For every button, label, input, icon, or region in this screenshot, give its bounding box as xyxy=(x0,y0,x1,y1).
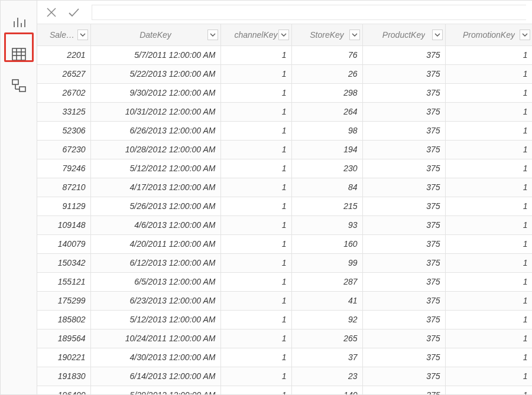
cell-saleskey[interactable]: 109148 xyxy=(37,216,90,234)
cell-datekey[interactable]: 4/20/2011 12:00:00 AM xyxy=(90,234,220,253)
cell-channelkey[interactable]: 1 xyxy=(220,83,291,102)
cell-datekey[interactable]: 10/24/2011 12:00:00 AM xyxy=(90,329,220,348)
cell-promotionkey[interactable]: 1 xyxy=(445,272,532,291)
column-header-storekey[interactable]: StoreKey xyxy=(291,24,362,45)
table-row[interactable]: 523066/26/2013 12:00:00 AM1983751 xyxy=(37,121,532,140)
cell-saleskey[interactable]: 87210 xyxy=(37,178,90,197)
cell-promotionkey[interactable]: 1 xyxy=(445,178,532,197)
cell-saleskey[interactable]: 150342 xyxy=(37,253,90,272)
table-row[interactable]: 1551216/5/2013 12:00:00 AM12873751 xyxy=(37,272,532,291)
cell-productkey[interactable]: 375 xyxy=(362,45,445,64)
cell-saleskey[interactable]: 33125 xyxy=(37,102,90,121)
cell-channelkey[interactable]: 1 xyxy=(220,216,291,234)
cell-datekey[interactable]: 5/7/2011 12:00:00 AM xyxy=(90,45,220,64)
cell-promotionkey[interactable]: 1 xyxy=(445,159,532,178)
cell-productkey[interactable]: 375 xyxy=(362,64,445,83)
cell-promotionkey[interactable]: 1 xyxy=(445,234,532,253)
table-row[interactable]: 792465/12/2012 12:00:00 AM12303751 xyxy=(37,159,532,178)
cell-promotionkey[interactable]: 1 xyxy=(445,140,532,159)
cell-promotionkey[interactable]: 1 xyxy=(445,291,532,310)
cell-storekey[interactable]: 84 xyxy=(291,178,362,197)
cell-datekey[interactable]: 5/22/2013 12:00:00 AM xyxy=(90,64,220,83)
cell-storekey[interactable]: 99 xyxy=(291,253,362,272)
column-header-saleskey[interactable]: SalesKey xyxy=(37,24,90,45)
cell-saleskey[interactable]: 91129 xyxy=(37,197,90,216)
cell-saleskey[interactable]: 2201 xyxy=(37,45,90,64)
cell-storekey[interactable]: 98 xyxy=(291,121,362,140)
column-header-channelkey[interactable]: channelKey xyxy=(220,24,291,45)
cell-saleskey[interactable]: 196400 xyxy=(37,386,90,394)
table-row[interactable]: 1918306/14/2013 12:00:00 AM1233751 xyxy=(37,367,532,386)
cell-saleskey[interactable]: 26702 xyxy=(37,83,90,102)
table-row[interactable]: 1902214/30/2013 12:00:00 AM1373751 xyxy=(37,348,532,367)
cell-saleskey[interactable]: 189564 xyxy=(37,329,90,348)
cell-productkey[interactable]: 375 xyxy=(362,253,445,272)
cell-productkey[interactable]: 375 xyxy=(362,159,445,178)
cell-saleskey[interactable]: 175299 xyxy=(37,291,90,310)
cell-channelkey[interactable]: 1 xyxy=(220,291,291,310)
cell-datekey[interactable]: 6/5/2013 12:00:00 AM xyxy=(90,272,220,291)
cell-productkey[interactable]: 375 xyxy=(362,178,445,197)
cell-saleskey[interactable]: 79246 xyxy=(37,159,90,178)
table-row[interactable]: 18956410/24/2011 12:00:00 AM12653751 xyxy=(37,329,532,348)
cell-datekey[interactable]: 6/23/2013 12:00:00 AM xyxy=(90,291,220,310)
cell-channelkey[interactable]: 1 xyxy=(220,234,291,253)
column-header-promotionkey[interactable]: PromotionKey xyxy=(445,24,532,45)
cell-storekey[interactable]: 230 xyxy=(291,159,362,178)
filter-button[interactable] xyxy=(278,30,289,40)
table-row[interactable]: 3312510/31/2012 12:00:00 AM12643751 xyxy=(37,102,532,121)
cell-productkey[interactable]: 375 xyxy=(362,121,445,140)
cancel-button[interactable] xyxy=(43,4,60,21)
table-row[interactable]: 911295/26/2013 12:00:00 AM12153751 xyxy=(37,197,532,216)
cell-promotionkey[interactable]: 1 xyxy=(445,348,532,367)
cell-productkey[interactable]: 375 xyxy=(362,102,445,121)
cell-channelkey[interactable]: 1 xyxy=(220,197,291,216)
cell-channelkey[interactable]: 1 xyxy=(220,329,291,348)
table-row[interactable]: 1503426/12/2013 12:00:00 AM1993751 xyxy=(37,253,532,272)
cell-productkey[interactable]: 375 xyxy=(362,272,445,291)
cell-datekey[interactable]: 4/6/2013 12:00:00 AM xyxy=(90,216,220,234)
cell-saleskey[interactable]: 52306 xyxy=(37,121,90,140)
cell-channelkey[interactable]: 1 xyxy=(220,348,291,367)
cell-storekey[interactable]: 265 xyxy=(291,329,362,348)
cell-datekey[interactable]: 5/26/2013 12:00:00 AM xyxy=(90,197,220,216)
table-row[interactable]: 1752996/23/2013 12:00:00 AM1413751 xyxy=(37,291,532,310)
cell-datekey[interactable]: 5/29/2012 12:00:00 AM xyxy=(90,386,220,394)
cell-saleskey[interactable]: 190221 xyxy=(37,348,90,367)
cell-datekey[interactable]: 6/14/2013 12:00:00 AM xyxy=(90,367,220,386)
cell-channelkey[interactable]: 1 xyxy=(220,253,291,272)
table-row[interactable]: 1400794/20/2011 12:00:00 AM11603751 xyxy=(37,234,532,253)
cell-storekey[interactable]: 160 xyxy=(291,234,362,253)
model-view-button[interactable] xyxy=(7,74,31,99)
cell-promotionkey[interactable]: 1 xyxy=(445,83,532,102)
cell-storekey[interactable]: 41 xyxy=(291,291,362,310)
cell-productkey[interactable]: 375 xyxy=(362,310,445,329)
cell-promotionkey[interactable]: 1 xyxy=(445,386,532,394)
cell-productkey[interactable]: 375 xyxy=(362,83,445,102)
cell-saleskey[interactable]: 26527 xyxy=(37,64,90,83)
cell-channelkey[interactable]: 1 xyxy=(220,159,291,178)
cell-storekey[interactable]: 37 xyxy=(291,348,362,367)
table-row[interactable]: 872104/17/2013 12:00:00 AM1843751 xyxy=(37,178,532,197)
cell-channelkey[interactable]: 1 xyxy=(220,367,291,386)
cell-datekey[interactable]: 4/30/2013 12:00:00 AM xyxy=(90,348,220,367)
cell-productkey[interactable]: 375 xyxy=(362,329,445,348)
table-row[interactable]: 6723010/28/2012 12:00:00 AM11943751 xyxy=(37,140,532,159)
cell-channelkey[interactable]: 1 xyxy=(220,386,291,394)
table-row[interactable]: 265275/22/2013 12:00:00 AM1263751 xyxy=(37,64,532,83)
cell-storekey[interactable]: 215 xyxy=(291,197,362,216)
cell-channelkey[interactable]: 1 xyxy=(220,102,291,121)
filter-button[interactable] xyxy=(349,30,360,40)
cell-storekey[interactable]: 287 xyxy=(291,272,362,291)
cell-storekey[interactable]: 93 xyxy=(291,216,362,234)
cell-promotionkey[interactable]: 1 xyxy=(445,253,532,272)
cell-storekey[interactable]: 76 xyxy=(291,45,362,64)
cell-promotionkey[interactable]: 1 xyxy=(445,197,532,216)
cell-storekey[interactable]: 140 xyxy=(291,386,362,394)
cell-productkey[interactable]: 375 xyxy=(362,140,445,159)
cell-datekey[interactable]: 6/26/2013 12:00:00 AM xyxy=(90,121,220,140)
cell-channelkey[interactable]: 1 xyxy=(220,178,291,197)
cell-productkey[interactable]: 375 xyxy=(362,367,445,386)
table-row[interactable]: 22015/7/2011 12:00:00 AM1763751 xyxy=(37,45,532,64)
data-view-button[interactable] xyxy=(7,42,31,67)
